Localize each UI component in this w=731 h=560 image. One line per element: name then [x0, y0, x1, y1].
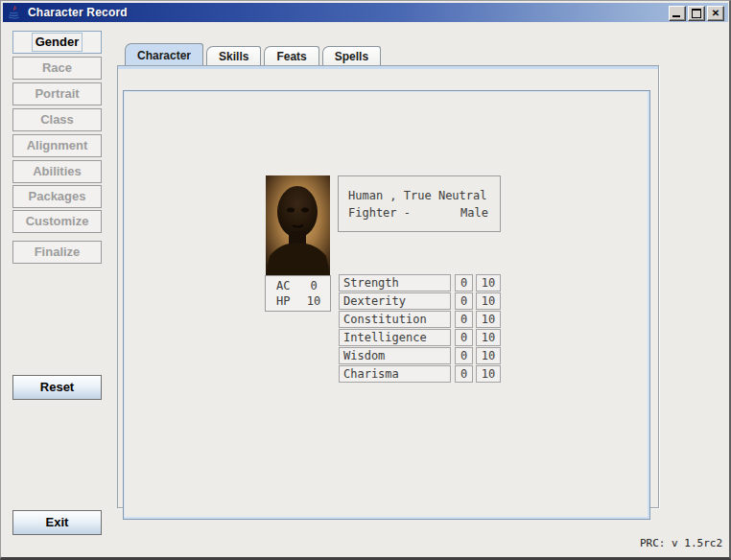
sidebar-button-race[interactable]: Race	[12, 57, 102, 80]
sidebar-button-portrait[interactable]: Portrait	[12, 82, 102, 105]
sidebar-button-gender[interactable]: Gender	[12, 31, 102, 54]
version-label: PRC: v 1.5rc2	[640, 537, 722, 549]
ability-score: 10	[476, 365, 501, 383]
ability-name: Charisma	[339, 365, 451, 383]
close-button[interactable]	[707, 6, 724, 21]
minimize-button[interactable]	[669, 6, 686, 21]
sidebar-button-packages-label: Packages	[29, 189, 86, 203]
gender-text: Male	[460, 204, 488, 222]
ability-mod: 0	[455, 274, 473, 292]
ability-name: Dexterity	[339, 292, 451, 310]
hp-label: HP	[276, 293, 301, 309]
ability-mod: 0	[455, 292, 473, 310]
sidebar-button-customize[interactable]: Customize	[12, 210, 102, 233]
ac-label: AC	[276, 278, 301, 293]
ability-name: Intelligence	[339, 329, 451, 346]
sidebar-button-portrait-label: Portrait	[35, 86, 79, 101]
sidebar-button-class[interactable]: Class	[12, 108, 102, 131]
maximize-button[interactable]	[688, 6, 705, 21]
ability-score: 10	[476, 311, 501, 328]
reset-button[interactable]: Reset	[12, 375, 102, 400]
tab-row: Character Skills Feats Spells	[117, 44, 659, 65]
sidebar-button-alignment-label: Alignment	[27, 138, 88, 152]
exit-button[interactable]: Exit	[12, 510, 102, 535]
sidebar-button-abilities-label: Abilities	[33, 164, 82, 178]
sidebar-button-abilities[interactable]: Abilities	[12, 160, 102, 183]
window-title: Character Record	[28, 6, 128, 19]
ability-mod: 0	[455, 347, 473, 364]
hp-value: 10	[301, 293, 326, 309]
ability-score: 10	[476, 329, 501, 346]
tab-character[interactable]: Character	[125, 43, 203, 65]
ac-hp-box: AC 0 HP 10	[265, 275, 331, 312]
sidebar-button-customize-label: Customize	[26, 214, 89, 228]
character-info-box: Human , True Neutral Fighter - Male	[338, 175, 501, 232]
class-text: Fighter -	[348, 204, 411, 222]
character-portrait	[266, 175, 330, 275]
ability-name: Wisdom	[339, 347, 451, 364]
ability-name: Constitution	[339, 311, 451, 328]
sidebar-button-gender-label: Gender	[32, 33, 83, 52]
ability-score: 10	[476, 292, 501, 310]
ability-score: 10	[476, 274, 501, 292]
tab-spells[interactable]: Spells	[322, 46, 381, 65]
sidebar-button-finalize[interactable]: Finalize	[12, 241, 102, 264]
ability-score: 10	[476, 347, 501, 364]
ability-mod: 0	[455, 311, 473, 328]
java-logo-icon	[7, 5, 22, 20]
ability-name: Strength	[339, 274, 451, 292]
tab-skills[interactable]: Skills	[206, 46, 261, 65]
titlebar: Character Record	[3, 3, 728, 22]
sidebar-button-packages[interactable]: Packages	[12, 185, 102, 208]
sidebar-button-alignment[interactable]: Alignment	[12, 134, 102, 157]
sidebar-button-finalize-label: Finalize	[35, 245, 81, 259]
ability-mod: 0	[455, 365, 473, 383]
sidebar-button-class-label: Class	[40, 112, 74, 127]
race-alignment-text: Human , True Neutral	[348, 187, 490, 204]
ac-value: 0	[301, 278, 326, 293]
sidebar-button-race-label: Race	[42, 60, 72, 75]
tab-feats[interactable]: Feats	[264, 46, 318, 65]
ability-mod: 0	[455, 329, 473, 346]
